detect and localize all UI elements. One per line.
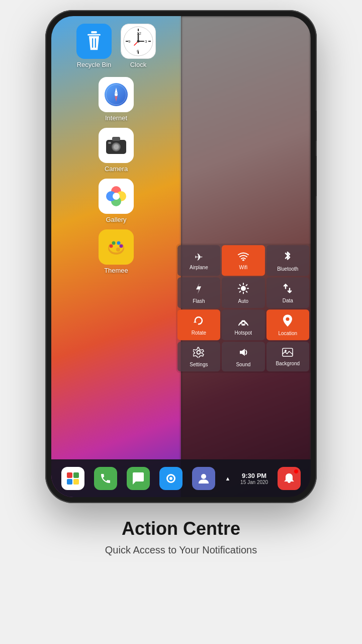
svg-point-67 [201, 474, 206, 479]
svg-rect-62 [73, 479, 79, 485]
data-label: Data [283, 298, 293, 303]
app-clock[interactable]: 12 3 6 9 [121, 24, 156, 68]
notification-dot [294, 469, 299, 474]
camera-icon [99, 128, 134, 163]
taskbar-message[interactable] [127, 467, 150, 490]
taskbar-time: 9:30 PM [242, 472, 266, 479]
recycle-bin-icon [76, 24, 112, 59]
svg-text:3: 3 [145, 39, 147, 44]
svg-point-55 [197, 351, 201, 354]
airplane-label: Airplane [190, 265, 208, 270]
bottom-section: Action Centre Quick Access to Your Notif… [85, 518, 277, 576]
taskbar-notification[interactable] [278, 467, 301, 490]
bluetooth-button[interactable]: Bluetooth [266, 245, 309, 276]
sound-icon [238, 347, 249, 359]
svg-point-32 [113, 193, 120, 200]
screen-content: Recycle Bin [51, 16, 311, 497]
app-gallery[interactable]: Gallery [99, 179, 134, 223]
rotate-icon [193, 315, 204, 328]
settings-label: Settings [190, 362, 208, 367]
location-button[interactable]: Location [266, 309, 309, 340]
svg-rect-59 [67, 472, 72, 478]
svg-point-35 [110, 245, 113, 248]
taskbar-phone[interactable] [94, 467, 117, 490]
flash-icon [195, 282, 203, 296]
wifi-icon [238, 252, 249, 262]
svg-point-39 [116, 248, 120, 252]
svg-point-26 [114, 144, 119, 149]
svg-point-66 [169, 477, 172, 480]
svg-line-50 [239, 291, 241, 292]
rotate-label: Rotate [192, 330, 206, 336]
clock-icon: 12 3 6 9 [121, 24, 156, 59]
taskbar-contacts[interactable] [192, 467, 215, 490]
svg-line-49 [246, 284, 247, 286]
svg-rect-23 [112, 137, 120, 141]
wifi-label: Wifi [239, 265, 248, 270]
taskbar: ▲ 9:30 PM 15 Jan 2020 [51, 459, 311, 497]
auto-icon [237, 282, 249, 296]
taskbar-grid[interactable] [61, 467, 84, 490]
phone-screen: Recycle Bin [51, 16, 311, 497]
recycle-bin-label: Recycle Bin [77, 61, 112, 68]
auto-button[interactable]: Auto [222, 277, 264, 308]
hotspot-button[interactable]: Hotspot [222, 309, 264, 340]
svg-rect-1 [87, 34, 101, 36]
settings-icon [193, 347, 204, 359]
phone-frame: Recycle Bin [45, 10, 317, 503]
data-button[interactable]: Data [266, 277, 309, 308]
svg-point-16 [137, 40, 140, 43]
settings-button[interactable]: Settings [177, 342, 220, 371]
background-icon [282, 348, 293, 358]
svg-point-42 [241, 286, 246, 291]
svg-rect-0 [91, 31, 97, 33]
svg-text:12: 12 [137, 31, 141, 36]
svg-marker-41 [196, 283, 201, 294]
flash-button[interactable]: Flash [177, 277, 220, 308]
airplane-icon: ✈ [195, 252, 203, 262]
location-icon [283, 314, 292, 328]
svg-point-21 [115, 93, 118, 96]
action-panel: ✈ Airplane Wifi [176, 244, 311, 373]
apps-panel: Recycle Bin [51, 16, 181, 459]
app-camera[interactable]: Camera [99, 128, 134, 173]
svg-line-47 [239, 284, 241, 286]
gallery-icon [99, 179, 134, 214]
svg-point-38 [120, 245, 123, 248]
side-button-right [316, 111, 317, 141]
svg-point-36 [112, 242, 116, 245]
svg-point-40 [242, 259, 244, 261]
svg-point-58 [285, 350, 287, 352]
wifi-button[interactable]: Wifi [222, 245, 264, 276]
taskbar-status: 9:30 PM 15 Jan 2020 [240, 472, 268, 485]
page-title: Action Centre [105, 518, 257, 539]
camera-label: Camera [105, 165, 128, 173]
location-label: Location [278, 331, 297, 336]
themee-icon [99, 229, 134, 265]
app-themee[interactable]: Themee [99, 229, 134, 274]
sound-button[interactable]: Sound [222, 342, 264, 371]
airplane-button[interactable]: ✈ Airplane [177, 245, 220, 276]
flash-label: Flash [193, 298, 205, 304]
svg-line-48 [246, 291, 247, 292]
svg-rect-60 [73, 472, 79, 478]
svg-rect-27 [108, 142, 111, 144]
internet-label: Internet [105, 114, 127, 122]
background-label: Backgrond [276, 361, 300, 366]
gallery-label: Gallery [106, 216, 126, 223]
app-internet[interactable]: Internet [99, 77, 134, 122]
internet-icon [99, 77, 134, 112]
app-recycle-bin[interactable]: Recycle Bin [76, 24, 112, 68]
svg-text:6: 6 [137, 49, 139, 53]
bluetooth-label: Bluetooth [277, 266, 298, 272]
phone-wrapper: Recycle Bin [45, 10, 317, 503]
svg-marker-56 [240, 349, 245, 356]
svg-point-54 [286, 317, 290, 321]
svg-point-37 [117, 242, 121, 245]
rotate-button[interactable]: Rotate [177, 309, 220, 340]
hotspot-label: Hotspot [235, 330, 252, 336]
background-button[interactable]: Backgrond [266, 342, 309, 371]
side-button-right2 [316, 156, 317, 196]
bluetooth-icon [284, 250, 292, 264]
taskbar-browser[interactable] [159, 467, 183, 490]
